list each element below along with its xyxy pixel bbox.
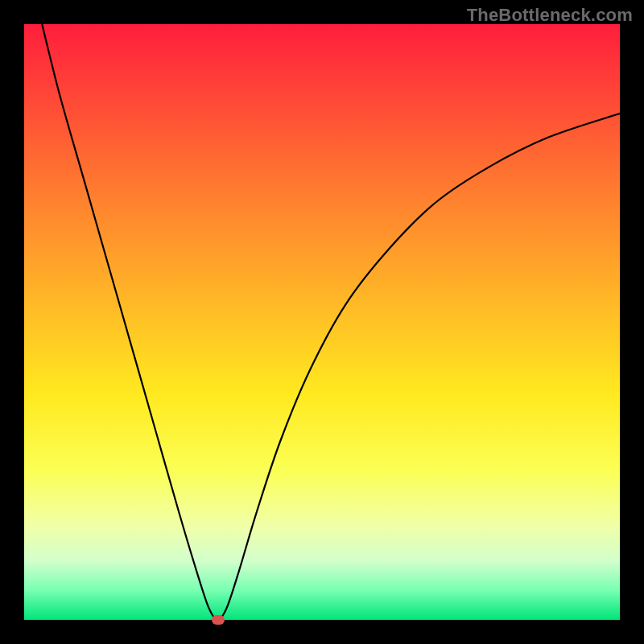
plot-area: [24, 24, 620, 620]
chart-frame: TheBottleneck.com: [0, 0, 644, 644]
watermark-text: TheBottleneck.com: [467, 5, 633, 26]
optimum-marker: [212, 615, 225, 625]
bottleneck-curve: [42, 24, 620, 620]
curve-svg: [24, 24, 620, 620]
